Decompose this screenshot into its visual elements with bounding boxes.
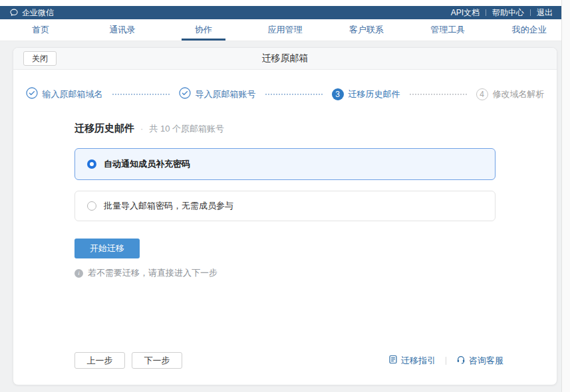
nav-item-home[interactable]: 首页 <box>0 19 81 41</box>
wechat-work-logo-icon <box>9 8 19 17</box>
step-label: 输入原邮箱域名 <box>43 88 103 100</box>
migration-options: 自动通知成员补充密码 批量导入邮箱密码，无需成员参与 <box>74 148 496 221</box>
nav-item-admin-tools[interactable]: 管理工具 <box>407 19 488 41</box>
previous-step-button[interactable]: 上一步 <box>74 352 125 369</box>
api-docs-link[interactable]: API文档 <box>451 7 480 19</box>
logout-link[interactable]: 退出 <box>537 7 553 19</box>
browser-scrollbar[interactable] <box>561 0 570 392</box>
section-heading-row: 迁移历史邮件 · 共 10 个原邮箱账号 <box>74 122 496 135</box>
check-circle-icon <box>179 87 191 101</box>
step-indicator: 输入原邮箱域名 导入原邮箱账号 3 迁移历史邮件 4 修改域名 <box>13 70 557 113</box>
hint-text: 若不需要迁移，请直接进入下一步 <box>88 267 217 279</box>
nav-item-customers[interactable]: 客户联系 <box>326 19 407 41</box>
divider <box>530 9 531 16</box>
close-button[interactable]: 关闭 <box>23 51 57 66</box>
divider <box>486 9 486 16</box>
heading-separator: · <box>140 124 143 134</box>
topbar-links: API文档 帮助中心 退出 <box>451 7 553 19</box>
step-label: 导入原邮箱账号 <box>196 88 256 100</box>
brand: 企业微信 <box>9 7 54 19</box>
document-icon <box>388 355 398 366</box>
headset-icon <box>456 355 466 366</box>
step-label: 迁移历史邮件 <box>349 88 400 100</box>
nav-item-apps[interactable]: 应用管理 <box>244 19 325 41</box>
divider <box>446 357 446 365</box>
wizard-footer: 上一步 下一步 迁移指引 <box>13 352 557 385</box>
option-label: 批量导入邮箱密码，无需成员参与 <box>104 200 233 212</box>
step-connector <box>265 94 323 95</box>
info-circle-icon: i <box>74 269 83 278</box>
wizard-header: 关闭 迁移原邮箱 <box>13 48 557 70</box>
step-migrate-history: 3 迁移历史邮件 <box>332 88 400 100</box>
next-step-button[interactable]: 下一步 <box>132 352 182 369</box>
step-update-dns: 4 修改域名解析 <box>476 88 545 100</box>
start-migration-button[interactable]: 开始迁移 <box>74 239 140 258</box>
hint-row: i 若不需要迁移，请直接进入下一步 <box>74 267 496 279</box>
radio-selected-icon[interactable] <box>87 159 96 169</box>
step-connector <box>112 94 170 95</box>
step-label: 修改域名解析 <box>493 88 545 100</box>
footer-buttons: 上一步 下一步 <box>74 352 182 369</box>
link-label: 迁移指引 <box>401 355 436 367</box>
migration-wizard-card: 关闭 迁移原邮箱 输入原邮箱域名 <box>13 47 557 385</box>
contact-support-link[interactable]: 咨询客服 <box>456 355 503 367</box>
section-title: 迁移历史邮件 <box>74 122 134 135</box>
page-content: 关闭 迁移原邮箱 输入原邮箱域名 <box>0 41 570 392</box>
main-nav: 首页 通讯录 协作 应用管理 客户联系 管理工具 我的企业 <box>0 19 570 41</box>
option-auto-notify-members[interactable]: 自动通知成员补充密码 <box>74 148 496 180</box>
brand-name: 企业微信 <box>22 7 54 19</box>
nav-item-contacts[interactable]: 通讯录 <box>81 19 162 41</box>
option-label: 自动通知成员补充密码 <box>104 158 190 170</box>
footer-links: 迁移指引 咨询客服 <box>388 355 503 367</box>
step-connector <box>410 94 467 95</box>
nav-item-collaboration[interactable]: 协作 <box>163 19 244 41</box>
option-batch-import-passwords[interactable]: 批量导入邮箱密码，无需成员参与 <box>74 191 496 221</box>
wizard-body: 迁移历史邮件 · 共 10 个原邮箱账号 自动通知成员补充密码 批量导入邮箱密码… <box>13 113 557 352</box>
step-number-badge: 3 <box>332 88 344 100</box>
account-count-text: 共 10 个原邮箱账号 <box>149 123 224 135</box>
check-circle-icon <box>26 87 38 101</box>
link-label: 咨询客服 <box>469 355 503 367</box>
step-enter-domain: 输入原邮箱域名 <box>26 87 103 101</box>
step-number-badge: 4 <box>476 88 488 100</box>
help-center-link[interactable]: 帮助中心 <box>492 7 524 19</box>
nav-item-my-company[interactable]: 我的企业 <box>489 19 570 41</box>
window-top-edge <box>0 0 570 6</box>
step-import-accounts: 导入原邮箱账号 <box>179 87 256 101</box>
radio-unselected-icon[interactable] <box>87 201 96 211</box>
migration-guide-link[interactable]: 迁移指引 <box>388 355 436 367</box>
wizard-title: 迁移原邮箱 <box>13 52 557 64</box>
top-bar: 企业微信 API文档 帮助中心 退出 <box>0 6 570 19</box>
